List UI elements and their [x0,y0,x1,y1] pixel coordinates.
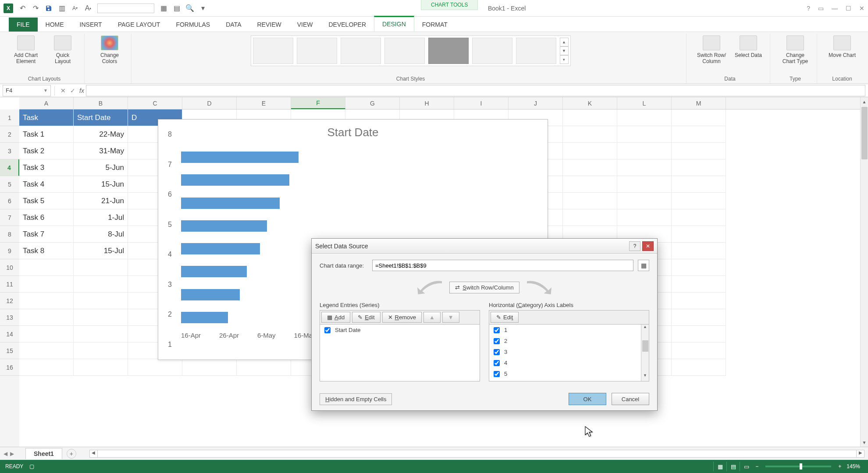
chart-style-thumb[interactable] [253,38,293,64]
dialog-help-icon[interactable]: ? [629,241,640,251]
chart-style-thumb[interactable] [472,38,512,64]
cell[interactable] [672,226,726,243]
qat-icon[interactable]: ▥ [58,4,66,12]
row-header[interactable]: 2 [0,126,19,143]
row-header[interactable]: 12 [0,293,19,309]
cell[interactable]: Task 7 [19,226,74,243]
select-data-button[interactable]: Select Data [733,35,764,58]
chart-bar[interactable] [181,312,228,323]
cell[interactable] [672,243,726,259]
dialog-close-icon[interactable]: ✕ [642,241,654,251]
hidden-empty-cells-button[interactable]: Hidden and Empty Cells [320,393,392,405]
macro-record-icon[interactable]: ▢ [29,463,34,469]
tab-insert[interactable]: INSERT [72,18,110,32]
cell[interactable] [672,109,726,126]
cell[interactable] [74,259,128,276]
cell[interactable] [672,309,726,326]
cell[interactable] [19,293,74,309]
cell[interactable] [563,109,617,126]
row-header[interactable]: 15 [0,342,19,359]
maximize-icon[interactable]: ☐ [846,5,851,12]
change-colors-button[interactable]: Change Colors [94,35,125,64]
cell[interactable] [74,309,128,326]
new-sheet-button[interactable]: + [67,449,76,459]
chart-bar[interactable] [181,289,240,300]
vertical-scrollbar[interactable]: ▲ ▼ [860,97,868,447]
zoom-slider[interactable] [765,466,831,467]
cell[interactable] [563,176,617,193]
cell[interactable] [617,176,672,193]
chart-style-thumb[interactable] [516,38,556,64]
chart-bar[interactable] [181,243,260,254]
tab-formulas[interactable]: FORMULAS [168,18,218,32]
cell[interactable] [672,276,726,293]
page-break-view-icon[interactable]: ▭ [740,462,753,471]
column-header[interactable]: F [291,97,345,109]
column-header[interactable]: B [74,97,128,109]
column-header[interactable]: A [19,97,74,109]
category-list-item[interactable]: 2 [489,335,649,346]
minimize-icon[interactable]: — [832,5,838,12]
cell[interactable] [672,209,726,226]
cell[interactable]: Task [19,109,74,126]
tab-data[interactable]: DATA [218,18,249,32]
sheet-nav[interactable]: ◀▶ [4,451,14,457]
chart-styles-gallery[interactable]: ▲▼▾ [251,35,571,66]
cell[interactable]: Task 8 [19,243,74,259]
cell[interactable] [672,143,726,159]
series-edit-button[interactable]: ✎Edit [352,312,380,323]
cell[interactable] [19,359,74,376]
chart-styles-scroll[interactable]: ▲▼▾ [560,38,569,64]
cell[interactable] [563,193,617,209]
tab-design[interactable]: DESIGN [374,16,414,32]
cell[interactable] [672,176,726,193]
row-header[interactable]: 11 [0,276,19,293]
cell[interactable] [672,359,726,376]
row-header[interactable]: 5 [0,176,19,193]
cell[interactable] [74,326,128,342]
cell[interactable] [74,342,128,359]
tab-page-layout[interactable]: PAGE LAYOUT [110,18,168,32]
series-move-down-button[interactable]: ▼ [442,312,459,323]
cell[interactable]: 15-Jun [74,176,128,193]
chart-style-thumb[interactable] [384,38,425,64]
chart-style-thumb[interactable] [297,38,337,64]
qat-icon-c[interactable]: ▾ [199,4,207,12]
column-header[interactable]: G [345,97,400,109]
cell[interactable] [19,309,74,326]
row-header[interactable]: 9 [0,243,19,259]
column-header[interactable]: H [400,97,454,109]
tab-view[interactable]: VIEW [289,18,321,32]
category-list-item[interactable]: 4 [489,357,649,368]
cell[interactable] [617,109,672,126]
qat-dropdown[interactable] [97,4,154,13]
change-chart-type-button[interactable]: Change Chart Type [780,35,811,64]
cell[interactable] [672,193,726,209]
tab-developer[interactable]: DEVELOPER [320,18,374,32]
series-move-up-button[interactable]: ▲ [423,312,441,323]
cell[interactable] [74,293,128,309]
cell[interactable]: Task 4 [19,176,74,193]
help-icon[interactable]: ? [807,5,810,12]
worksheet-grid[interactable]: ABCDEFGHIJKLM 12345678910111213141516 Ta… [0,97,868,447]
category-list-item[interactable]: 5 [489,368,649,379]
cell[interactable] [672,326,726,342]
row-header[interactable]: 3 [0,143,19,159]
cell[interactable] [672,126,726,143]
chart-bar[interactable] [181,220,267,232]
category-checkbox[interactable] [494,338,500,344]
cell[interactable]: 8-Jul [74,226,128,243]
font-shrink-icon[interactable]: A▾ [71,4,79,12]
column-header[interactable]: I [454,97,509,109]
cell[interactable]: Start Date [74,109,128,126]
redo-icon[interactable]: ↷ [32,4,39,12]
cell[interactable] [672,159,726,176]
row-headers[interactable]: 12345678910111213141516 [0,109,19,447]
cell[interactable] [563,126,617,143]
row-header[interactable]: 4 [0,159,19,176]
enter-formula-icon[interactable]: ✓ [68,87,78,94]
cell[interactable] [74,276,128,293]
cancel-formula-icon[interactable]: ✕ [58,87,68,94]
cell[interactable]: 1-Jul [74,209,128,226]
column-header[interactable]: D [182,97,237,109]
